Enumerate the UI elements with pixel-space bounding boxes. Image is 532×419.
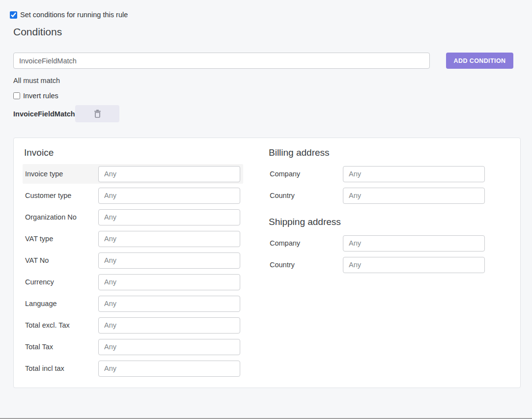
field-label: VAT type [23,235,98,243]
delete-condition-button[interactable] [75,105,119,122]
field-row-organization-no: Organization No [23,207,243,227]
field-row-invoice-type: Invoice type [23,164,243,184]
field-label: VAT No [23,256,98,264]
section-title-billing: Billing address [267,147,486,159]
condition-builder-row: ADD CONDITION [13,53,513,69]
field-label: Customer type [23,192,98,199]
field-row-total-incl-tax: Total incl tax [23,359,243,378]
field-label: Organization No [23,213,98,221]
section-invoice: Invoice Invoice type Customer type Organ… [23,147,243,378]
total-tax-input[interactable] [98,339,240,355]
language-input[interactable] [98,296,240,312]
invert-rules-checkbox[interactable] [13,92,20,99]
field-label: Company [267,239,343,247]
trash-icon [94,110,101,118]
vat-type-input[interactable] [98,231,240,247]
customer-type-input[interactable] [98,188,240,204]
add-condition-button[interactable]: ADD CONDITION [446,53,513,69]
currency-input[interactable] [98,274,240,290]
vat-no-input[interactable] [98,252,240,269]
field-label: Language [23,300,98,307]
total-incl-tax-input[interactable] [98,361,240,377]
field-label: Invoice type [23,170,98,178]
conditions-card: Invoice Invoice type Customer type Organ… [13,138,521,388]
field-label: Total Tax [23,343,98,351]
field-row-vat-no: VAT No [23,251,243,270]
field-row-currency: Currency [23,272,243,292]
active-condition-name: InvoiceFieldMatch [13,110,75,118]
field-row-billing-company: Company [267,164,486,184]
page-title: Conditions [13,25,532,38]
field-label: Currency [23,278,98,286]
field-label: Country [267,261,343,269]
set-conditions-label: Set conditions for running this rule [20,11,128,19]
field-row-billing-country: Country [267,186,486,205]
shipping-company-input[interactable] [343,235,485,251]
section-title-shipping: Shipping address [267,216,486,228]
set-conditions-checkbox[interactable] [10,11,17,19]
field-row-language: Language [23,294,243,313]
field-label: Total excl. Tax [23,321,98,329]
total-excl-tax-input[interactable] [98,317,240,334]
field-label: Country [267,192,343,199]
section-billing-address: Billing address Company Country [267,147,486,205]
invert-rules-row: Invert rules [13,92,532,100]
field-row-customer-type: Customer type [23,186,243,205]
field-row-vat-type: VAT type [23,229,243,249]
active-condition-row: InvoiceFieldMatch [13,105,532,122]
condition-type-input[interactable] [13,53,430,69]
set-conditions-row: Set conditions for running this rule [10,11,532,19]
billing-country-input[interactable] [343,188,485,204]
invoice-type-input[interactable] [98,166,240,182]
field-row-total-tax: Total Tax [23,337,243,357]
organization-no-input[interactable] [98,209,240,225]
shipping-country-input[interactable] [343,257,485,273]
field-label: Total incl tax [23,364,98,372]
invert-rules-label: Invert rules [23,92,58,100]
field-row-shipping-country: Country [267,255,486,275]
match-mode-text: All must match [13,77,532,84]
section-title-invoice: Invoice [23,147,243,159]
section-shipping-address: Shipping address Company Country [267,216,486,275]
field-row-shipping-company: Company [267,233,486,253]
billing-company-input[interactable] [343,166,485,182]
field-row-total-excl-tax: Total excl. Tax [23,315,243,335]
field-label: Company [267,170,343,178]
